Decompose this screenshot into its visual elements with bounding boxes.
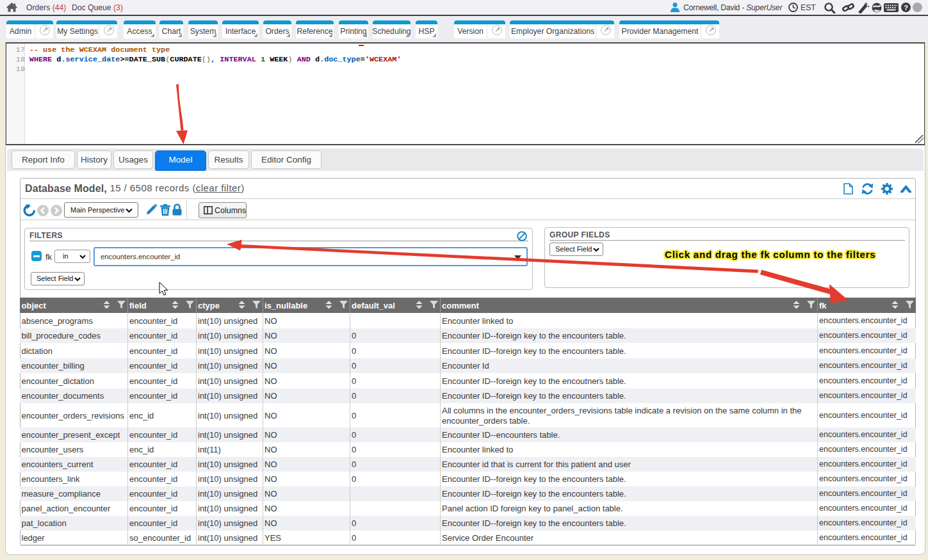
svg-text:?: ? — [904, 4, 908, 12]
